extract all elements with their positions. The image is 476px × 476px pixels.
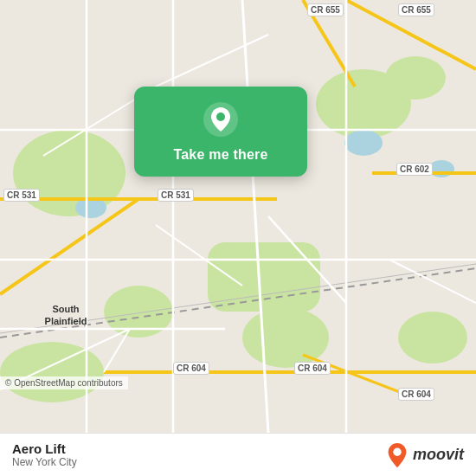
svg-point-1 — [13, 130, 125, 216]
moovit-text: moovit — [413, 446, 464, 464]
moovit-logo: moovit — [385, 441, 464, 469]
location-pin-icon — [202, 100, 240, 138]
location-info: Aero Lift New York City — [12, 441, 77, 468]
place-label-south-plainfield: SouthPlainfield — [31, 303, 100, 328]
svg-point-36 — [216, 113, 225, 121]
svg-point-8 — [0, 342, 104, 402]
svg-point-9 — [344, 130, 383, 156]
map-attribution: © OpenStreetMap contributors — [0, 376, 128, 389]
road-label-cr604-3: CR 604 — [398, 388, 434, 401]
road-label-cr655-top1: CR 655 — [307, 3, 344, 16]
moovit-pin-icon — [385, 441, 409, 469]
take-me-there-label: Take me there — [173, 147, 267, 163]
road-label-cr531-mid: CR 531 — [158, 189, 194, 202]
svg-point-37 — [393, 447, 401, 455]
location-subtitle: New York City — [12, 456, 77, 468]
take-me-there-card[interactable]: Take me there — [134, 87, 307, 177]
location-title: Aero Lift — [12, 441, 77, 456]
road-label-cr604-1: CR 604 — [173, 362, 209, 375]
svg-point-7 — [398, 312, 467, 363]
road-label-cr602: CR 602 — [396, 163, 433, 176]
svg-point-3 — [385, 56, 446, 100]
bottom-bar: Aero Lift New York City moovit — [0, 433, 476, 476]
road-label-cr655-top2: CR 655 — [398, 3, 434, 16]
svg-rect-4 — [208, 242, 320, 312]
road-label-cr531-left: CR 531 — [3, 189, 40, 202]
map-container: CR 655 CR 655 CR 531 CR 531 CR 602 CR 60… — [0, 0, 476, 433]
road-label-cr604-2: CR 604 — [294, 362, 331, 375]
